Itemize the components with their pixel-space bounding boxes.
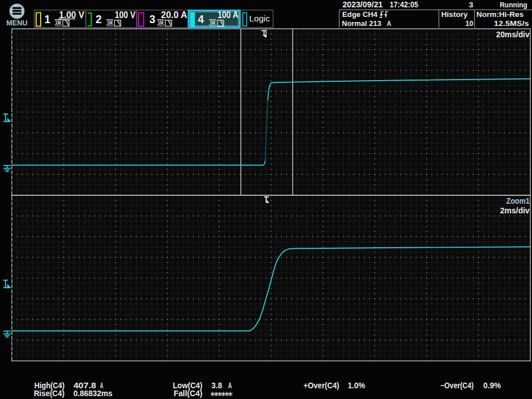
svg-text:2ms/div: 2ms/div xyxy=(500,207,530,215)
svg-text:Logic: Logic xyxy=(249,14,270,23)
svg-text:1.00 V: 1.00 V xyxy=(59,10,85,20)
svg-text:A: A xyxy=(387,19,391,28)
svg-text:Rise(C4): Rise(C4) xyxy=(34,389,65,398)
svg-text:20.0 A: 20.0 A xyxy=(161,10,187,20)
svg-text:1M: 1M xyxy=(107,19,113,25)
svg-text:3.8: 3.8 xyxy=(211,381,222,390)
svg-text:17:42:05: 17:42:05 xyxy=(390,0,418,9)
svg-text:10: 10 xyxy=(465,19,473,28)
svg-text:100 V: 100 V xyxy=(115,10,136,20)
svg-text:Edge CH4: Edge CH4 xyxy=(342,10,378,19)
svg-text:4: 4 xyxy=(198,13,204,25)
svg-text:Normal 213: Normal 213 xyxy=(342,19,381,28)
svg-text:1M: 1M xyxy=(55,19,61,25)
svg-text:1M: 1M xyxy=(210,19,215,25)
svg-text:−Over(C4): −Over(C4) xyxy=(441,381,474,390)
svg-text:0.86832ms: 0.86832ms xyxy=(73,389,112,398)
svg-text:1M: 1M xyxy=(158,19,164,25)
svg-text:20ms/div: 20ms/div xyxy=(496,30,530,39)
svg-text:1.0%: 1.0% xyxy=(348,381,365,390)
svg-text:0.9%: 0.9% xyxy=(483,381,501,390)
svg-text:MENU: MENU xyxy=(6,19,28,27)
svg-text:Running: Running xyxy=(500,1,527,9)
svg-text:100 A: 100 A xyxy=(217,10,238,20)
svg-text:2: 2 xyxy=(95,13,102,25)
svg-text:1: 1 xyxy=(45,13,51,25)
svg-text:A: A xyxy=(228,381,232,390)
svg-text:3: 3 xyxy=(149,13,155,25)
svg-text:+Over(C4): +Over(C4) xyxy=(303,381,339,390)
svg-text:12.5MS/s: 12.5MS/s xyxy=(494,19,529,28)
svg-text:Norm:Hi-Res: Norm:Hi-Res xyxy=(477,10,524,19)
svg-text:Fall(C4): Fall(C4) xyxy=(173,389,202,398)
svg-text:Zoom1: Zoom1 xyxy=(507,196,530,205)
svg-text:2023/09/21: 2023/09/21 xyxy=(342,0,383,9)
svg-text:History: History xyxy=(441,10,468,19)
svg-text:3: 3 xyxy=(469,1,474,9)
